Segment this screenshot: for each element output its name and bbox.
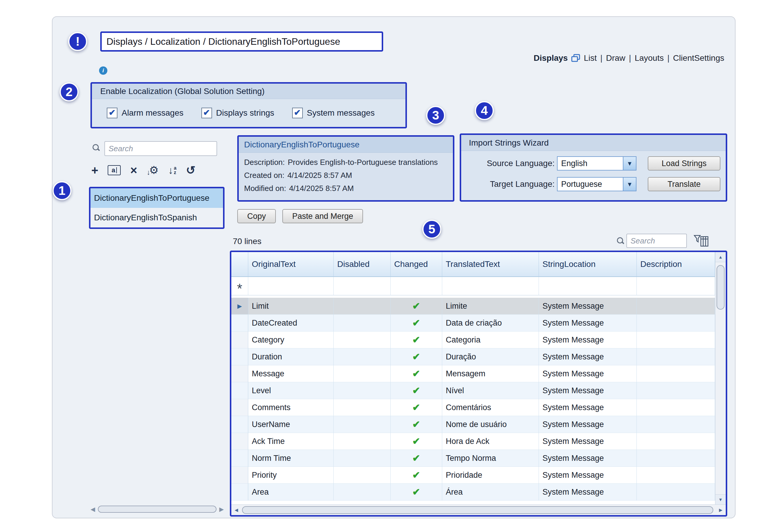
row-indicator-cell[interactable] [231, 484, 248, 501]
cell-changed[interactable]: ✔ [391, 298, 442, 315]
cell-description[interactable] [637, 348, 715, 365]
scroll-down-icon[interactable]: ▼ [715, 494, 726, 504]
cell-disabled[interactable] [334, 467, 391, 484]
cell-changed[interactable]: ✔ [391, 450, 442, 467]
header-disabled[interactable]: Disabled [334, 252, 391, 277]
cell-original-text[interactable]: Limit [248, 298, 334, 315]
copy-button[interactable]: Copy [237, 209, 276, 223]
cell-changed[interactable]: ✔ [391, 433, 442, 450]
cell-translated-text[interactable]: Nome de usuário [442, 416, 539, 433]
filter-cell[interactable] [248, 277, 334, 295]
checkbox-displays-strings[interactable]: ✔ Displays strings [201, 108, 274, 118]
cell-changed[interactable]: ✔ [391, 399, 442, 416]
cell-description[interactable] [637, 467, 715, 484]
row-indicator-cell[interactable] [231, 348, 248, 365]
cell-string-location[interactable]: System Message [539, 315, 637, 331]
table-row[interactable]: Message✔MensagemSystem Message [231, 365, 715, 382]
translate-button[interactable]: Translate [648, 177, 720, 191]
vertical-scrollbar[interactable]: ▲ ▼ [715, 252, 726, 504]
cell-disabled[interactable] [334, 433, 391, 450]
cell-description[interactable] [637, 331, 715, 348]
nav-displays[interactable]: Displays [533, 53, 568, 63]
nav-client-settings[interactable]: ClientSettings [673, 53, 724, 63]
cell-string-location[interactable]: System Message [539, 365, 637, 382]
history-icon[interactable]: ↺ [186, 164, 195, 177]
cell-translated-text[interactable]: Tempo Norma [442, 450, 539, 467]
chevron-down-icon[interactable]: ▾ [623, 157, 636, 170]
cell-changed[interactable]: ✔ [391, 365, 442, 382]
row-indicator-cell[interactable] [231, 315, 248, 331]
cell-translated-text[interactable]: Mensagem [442, 365, 539, 382]
checkbox-icon[interactable]: ✔ [107, 108, 117, 118]
cell-changed[interactable]: ✔ [391, 382, 442, 399]
cell-description[interactable] [637, 450, 715, 467]
cell-description[interactable] [637, 399, 715, 416]
horizontal-scrollbar[interactable]: ◀ ▶ [231, 504, 726, 515]
cell-translated-text[interactable]: Prioridade [442, 467, 539, 484]
target-language-select[interactable]: Portuguese ▾ [557, 177, 637, 191]
cell-changed[interactable]: ✔ [391, 315, 442, 331]
filter-cell[interactable] [539, 277, 637, 295]
table-row[interactable]: Category✔CategoriaSystem Message [231, 331, 715, 348]
header-original-text[interactable]: OriginalText [248, 252, 334, 277]
cell-string-location[interactable]: System Message [539, 467, 637, 484]
checkbox-alarm-messages[interactable]: ✔ Alarm messages [107, 108, 184, 118]
cell-original-text[interactable]: UserName [248, 416, 334, 433]
row-indicator-cell[interactable] [231, 467, 248, 484]
cell-translated-text[interactable]: Comentários [442, 399, 539, 416]
cell-translated-text[interactable]: Duração [442, 348, 539, 365]
cell-original-text[interactable]: DateCreated [248, 315, 334, 331]
header-string-location[interactable]: StringLocation [539, 252, 637, 277]
row-indicator-cell[interactable] [231, 399, 248, 416]
row-indicator-cell[interactable]: ▶ [231, 298, 248, 315]
cell-translated-text[interactable]: Área [442, 484, 539, 501]
checkbox-icon[interactable]: ✔ [292, 108, 303, 118]
filter-cell[interactable] [334, 277, 391, 295]
scroll-right-icon[interactable]: ▶ [716, 507, 726, 513]
cell-translated-text[interactable]: Data de criação [442, 315, 539, 331]
add-icon[interactable]: + [92, 164, 98, 176]
load-strings-button[interactable]: Load Strings [648, 156, 720, 170]
table-row[interactable]: Norm Time✔Tempo NormaSystem Message [231, 450, 715, 467]
list-item-dictionary-english-to-portuguese[interactable]: DictionaryEnglishToPortuguese [91, 188, 223, 208]
scroll-track[interactable] [242, 506, 716, 514]
cell-original-text[interactable]: Level [248, 382, 334, 399]
cell-description[interactable] [637, 298, 715, 315]
scroll-track[interactable] [97, 505, 218, 513]
cell-disabled[interactable] [334, 450, 391, 467]
cell-changed[interactable]: ✔ [391, 484, 442, 501]
table-row[interactable]: Comments✔ComentáriosSystem Message [231, 399, 715, 416]
row-indicator-cell[interactable] [231, 365, 248, 382]
header-changed[interactable]: Changed [391, 252, 442, 277]
cell-translated-text[interactable]: Hora de Ack [442, 433, 539, 450]
scroll-left-icon[interactable]: ◀ [89, 506, 97, 513]
cell-description[interactable] [637, 315, 715, 331]
cell-description[interactable] [637, 484, 715, 501]
delete-icon[interactable]: × [130, 164, 137, 176]
table-row[interactable]: Priority✔PrioridadeSystem Message [231, 467, 715, 484]
cell-description[interactable] [637, 365, 715, 382]
cell-description[interactable] [637, 433, 715, 450]
cell-disabled[interactable] [334, 382, 391, 399]
row-indicator-cell[interactable] [231, 450, 248, 467]
scroll-thumb[interactable] [98, 506, 217, 513]
cell-description[interactable] [637, 416, 715, 433]
table-row[interactable]: Area✔ÁreaSystem Message [231, 484, 715, 501]
row-indicator-cell[interactable] [231, 433, 248, 450]
cell-translated-text[interactable]: Nível [442, 382, 539, 399]
cell-string-location[interactable]: System Message [539, 433, 637, 450]
row-indicator-cell[interactable] [231, 416, 248, 433]
header-description[interactable]: Description [637, 252, 715, 277]
cell-original-text[interactable]: Priority [248, 467, 334, 484]
column-chooser-icon[interactable] [693, 234, 709, 249]
cell-disabled[interactable] [334, 315, 391, 331]
cell-string-location[interactable]: System Message [539, 331, 637, 348]
sidebar-search-input[interactable] [104, 141, 217, 156]
paste-and-merge-button[interactable]: Paste and Merge [283, 209, 363, 223]
cell-string-location[interactable]: System Message [539, 382, 637, 399]
rename-icon[interactable]: a [108, 165, 121, 175]
cell-string-location[interactable]: System Message [539, 416, 637, 433]
source-language-select[interactable]: English ▾ [557, 156, 637, 170]
cell-original-text[interactable]: Duration [248, 348, 334, 365]
list-item-dictionary-english-to-spanish[interactable]: DictionaryEnglishToSpanish [91, 208, 223, 228]
